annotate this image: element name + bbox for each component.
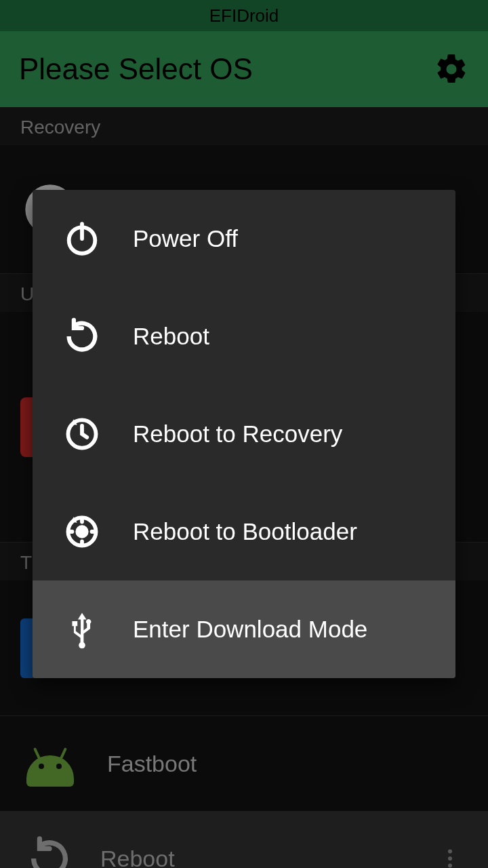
gear-icon <box>434 52 469 87</box>
list-item-fastboot[interactable]: Fastboot <box>0 716 488 811</box>
footer-reboot[interactable]: Reboot <box>0 811 488 868</box>
footer-label: Reboot <box>100 846 175 869</box>
menu-item-label: Reboot <box>133 323 209 350</box>
svg-point-11 <box>77 527 87 536</box>
recovery-reboot-icon <box>62 414 102 454</box>
menu-item-download-mode[interactable]: Enter Download Mode <box>33 580 455 678</box>
svg-point-5 <box>448 856 452 861</box>
power-icon <box>62 219 102 258</box>
menu-item-power-off[interactable]: Power Off <box>33 190 455 288</box>
android-icon <box>20 734 80 793</box>
menu-item-label: Power Off <box>133 225 238 252</box>
power-menu: Power Off Reboot Reboot to Recovery Rebo… <box>33 190 455 678</box>
menu-item-label: Reboot to Recovery <box>133 420 342 448</box>
menu-item-reboot-bootloader[interactable]: Reboot to Bootloader <box>33 483 455 580</box>
kebab-icon <box>438 846 462 868</box>
section-recovery: Recovery <box>0 107 488 145</box>
menu-item-label: Enter Download Mode <box>133 616 367 643</box>
reboot-icon <box>62 317 102 356</box>
overflow-button[interactable] <box>438 846 462 868</box>
settings-button[interactable] <box>434 52 469 87</box>
status-bar-title: EFIDroid <box>209 5 279 26</box>
list-item-label: Fastboot <box>107 751 197 777</box>
reboot-icon <box>26 835 73 868</box>
menu-item-label: Reboot to Bootloader <box>133 518 357 545</box>
svg-point-4 <box>448 850 452 854</box>
menu-item-reboot[interactable]: Reboot <box>33 288 455 385</box>
bootloader-reboot-icon <box>62 512 102 551</box>
app-header: Please Select OS <box>0 31 488 107</box>
menu-item-reboot-recovery[interactable]: Reboot to Recovery <box>33 385 455 483</box>
usb-icon <box>62 610 102 649</box>
status-bar: EFIDroid <box>0 0 488 31</box>
svg-point-6 <box>448 864 452 868</box>
page-title: Please Select OS <box>19 52 434 86</box>
